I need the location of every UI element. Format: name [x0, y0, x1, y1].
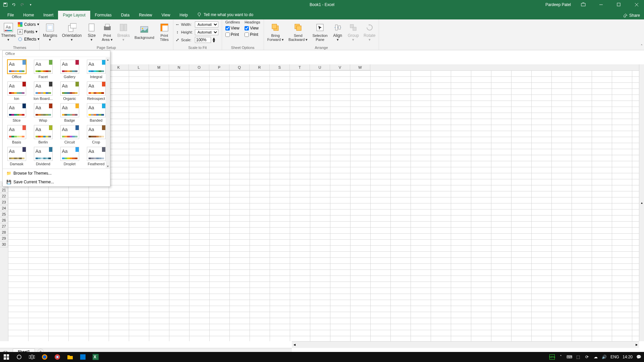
- fonts-button[interactable]: AFonts ▾: [16, 28, 41, 35]
- excel-taskbar-icon[interactable]: X: [89, 352, 102, 362]
- start-button[interactable]: [0, 352, 13, 362]
- row-header[interactable]: 24: [0, 205, 8, 211]
- column-header[interactable]: V: [330, 64, 350, 70]
- tray-chevron-icon[interactable]: ˄: [558, 354, 564, 360]
- battery-icon[interactable]: 58%: [549, 354, 555, 360]
- column-header[interactable]: S: [270, 64, 290, 70]
- scroll-up-icon[interactable]: ▲: [639, 64, 644, 341]
- gridlines-view-checkbox[interactable]: View: [225, 25, 240, 31]
- size-button[interactable]: Size▾: [84, 20, 99, 44]
- scroll-right-icon[interactable]: ▶: [634, 342, 639, 348]
- column-header[interactable]: R: [250, 64, 270, 70]
- close-button[interactable]: [629, 0, 644, 9]
- qat-customize[interactable]: ▾: [27, 1, 34, 8]
- background-button[interactable]: Background: [132, 20, 156, 44]
- tab-formulas[interactable]: Formulas: [90, 11, 116, 19]
- margins-button[interactable]: Margins▾: [41, 20, 59, 44]
- row-header[interactable]: 26: [0, 217, 8, 223]
- tab-help[interactable]: Help: [175, 11, 193, 19]
- undo-button[interactable]: [10, 1, 17, 8]
- theme-item[interactable]: AaWisp: [31, 103, 55, 123]
- volume-icon[interactable]: 🔊: [602, 354, 607, 360]
- theme-item[interactable]: AaOrganic: [58, 81, 82, 101]
- theme-item[interactable]: AaSlice: [5, 103, 29, 123]
- row-header[interactable]: 28: [0, 229, 8, 235]
- theme-item[interactable]: AaCrop: [84, 124, 108, 145]
- collapse-ribbon-button[interactable]: ˄: [641, 44, 643, 49]
- themes-button[interactable]: Aa Themes▾: [1, 20, 15, 44]
- bring-forward-button[interactable]: BringForward ▾: [265, 20, 286, 44]
- tab-insert[interactable]: Insert: [39, 11, 58, 19]
- column-header[interactable]: T: [290, 64, 310, 70]
- print-area-button[interactable]: PrintArea ▾: [100, 20, 114, 44]
- save-theme-button[interactable]: 💾Save Current Theme...: [3, 178, 110, 186]
- dropbox-icon[interactable]: ⬚: [576, 354, 581, 360]
- column-header[interactable]: K: [109, 64, 129, 70]
- theme-item[interactable]: AaFeathered: [84, 146, 108, 167]
- row-header[interactable]: 22: [0, 193, 8, 199]
- align-button[interactable]: Align▾: [330, 20, 345, 44]
- column-header[interactable]: O: [189, 64, 209, 70]
- tab-view[interactable]: View: [157, 11, 175, 19]
- maximize-button[interactable]: [611, 0, 626, 9]
- theme-item[interactable]: AaDroplet: [58, 146, 82, 167]
- theme-item[interactable]: AaFacet: [31, 59, 55, 79]
- height-select[interactable]: Automatic: [195, 29, 218, 35]
- theme-item[interactable]: AaDividend: [31, 146, 55, 167]
- scroll-left-icon[interactable]: ◀: [292, 342, 297, 348]
- clock[interactable]: 14:20: [623, 355, 633, 359]
- theme-item[interactable]: AaBanded: [84, 103, 108, 123]
- themes-scroll-down[interactable]: ▼: [106, 164, 110, 169]
- print-titles-button[interactable]: PrintTitles: [157, 20, 172, 44]
- gridlines-print-checkbox[interactable]: Print: [225, 32, 240, 38]
- vertical-scrollbar[interactable]: ▲: [639, 64, 644, 341]
- keyboard-icon[interactable]: ⌨: [567, 354, 572, 360]
- ribbon-display-options[interactable]: [576, 0, 591, 9]
- tell-me-search[interactable]: Tell me what you want to do: [193, 10, 257, 19]
- theme-item[interactable]: AaBerlin: [31, 124, 55, 145]
- theme-item[interactable]: AaDamask: [5, 146, 29, 167]
- themes-scrollbar[interactable]: ▲ ▼: [106, 57, 110, 169]
- row-header[interactable]: 25: [0, 211, 8, 217]
- send-backward-button[interactable]: SendBackward ▾: [286, 20, 310, 44]
- cortana-button[interactable]: [13, 352, 25, 362]
- theme-item[interactable]: AaIntegral: [84, 59, 108, 79]
- width-select[interactable]: Automatic: [195, 21, 218, 27]
- selection-pane-button[interactable]: SelectionPane: [310, 20, 329, 44]
- themes-scroll-up[interactable]: ▲: [106, 57, 110, 62]
- firefox-icon[interactable]: [38, 352, 51, 362]
- user-name[interactable]: Pardeep Patel: [545, 2, 573, 7]
- sync-icon[interactable]: ⟳: [584, 354, 590, 360]
- tab-review[interactable]: Review: [134, 11, 157, 19]
- scale-input[interactable]: 100%: [195, 37, 211, 43]
- column-header[interactable]: Q: [229, 64, 250, 70]
- horizontal-scrollbar[interactable]: ◀▶: [292, 341, 639, 348]
- column-header[interactable]: W: [350, 64, 370, 70]
- colors-button[interactable]: Colors ▾: [16, 21, 41, 28]
- browse-themes-button[interactable]: 📁Browse for Themes...: [3, 169, 110, 178]
- row-header[interactable]: 23: [0, 199, 8, 205]
- tab-data[interactable]: Data: [116, 11, 134, 19]
- app-icon[interactable]: [76, 352, 89, 362]
- scale-down[interactable]: ▼: [212, 40, 216, 43]
- language-indicator[interactable]: ENG: [610, 355, 619, 359]
- tab-file[interactable]: File: [3, 11, 18, 19]
- task-view-button[interactable]: [25, 352, 38, 362]
- column-header[interactable]: L: [129, 64, 149, 70]
- column-header[interactable]: M: [149, 64, 169, 70]
- row-header[interactable]: 27: [0, 223, 8, 229]
- headings-print-checkbox[interactable]: Print: [245, 32, 260, 38]
- column-header[interactable]: N: [169, 64, 189, 70]
- row-header[interactable]: 29: [0, 235, 8, 241]
- minimize-button[interactable]: [593, 0, 608, 9]
- tab-home[interactable]: Home: [18, 11, 39, 19]
- effects-button[interactable]: Effects ▾: [16, 36, 41, 43]
- theme-item[interactable]: AaOffice: [5, 59, 29, 79]
- theme-item[interactable]: AaIon: [5, 81, 29, 101]
- file-explorer-icon[interactable]: [64, 352, 76, 362]
- theme-item[interactable]: AaRetrospect: [84, 81, 108, 101]
- theme-item[interactable]: AaIon Board...: [31, 81, 55, 101]
- column-header[interactable]: P: [209, 64, 229, 70]
- theme-item[interactable]: AaBasis: [5, 124, 29, 145]
- theme-item[interactable]: AaCircuit: [58, 124, 82, 145]
